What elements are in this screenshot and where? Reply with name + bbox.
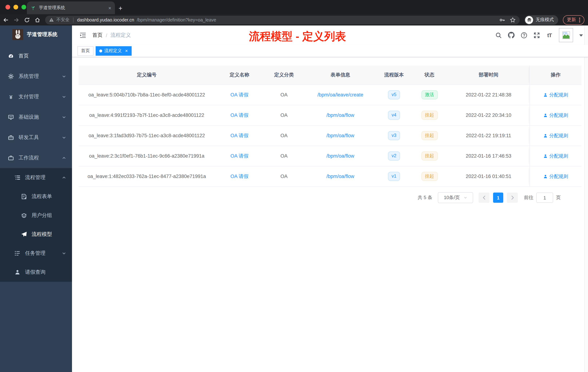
breadcrumb-home[interactable]: 首页 [92,32,103,38]
cell-definition-id: oa_leave:3:1fad3d93-7b75-11ec-a3c8-acde4… [79,126,215,146]
bookmark-star-icon[interactable] [510,17,516,23]
sidebar-item-process-form[interactable]: 流程表单 [0,187,72,206]
definition-name-link[interactable]: OA 请假 [230,112,248,119]
tag-label: 流程定义 [104,48,122,54]
reload-icon[interactable] [24,17,30,23]
avatar-dropdown-caret-icon[interactable] [579,34,583,37]
page-scrollbar[interactable] [584,25,588,372]
security-label[interactable]: 不安全 [56,17,69,23]
search-icon[interactable] [495,32,502,38]
breadcrumb-current: 流程定义 [111,32,131,38]
assign-rule-link[interactable]: 分配规则 [543,92,568,98]
back-icon[interactable] [3,17,9,23]
tag-process-definition[interactable]: 流程定义 × [96,46,131,55]
chevron-up-icon [62,156,66,160]
forward-icon[interactable] [13,17,19,23]
help-icon[interactable] [521,32,527,38]
fullscreen-icon[interactable] [534,32,540,38]
chevron-down-icon [62,95,66,99]
version-badge: v1 [388,172,400,181]
cell-definition-id: oa_leave:5:004b710b-7b8a-11ec-8ef0-acde4… [79,85,215,105]
form-info-link[interactable]: /bpm/oa/flow [326,133,354,138]
definition-name-link[interactable]: OA 请假 [230,173,248,180]
broken-image-icon [562,31,570,39]
password-key-icon[interactable] [499,17,505,23]
page-size-select[interactable]: 10条/页 [438,192,473,203]
table-row: oa_leave:3:1fad3d93-7b75-11ec-a3c8-acde4… [79,126,581,146]
briefcase-icon [8,155,14,161]
sidebar-item-workflow[interactable]: 工作流程 [0,148,72,168]
definition-name-link[interactable]: OA 请假 [230,92,248,98]
table-row: oa_leave:2:3c1f0ef1-76b1-11ec-9c66-a2380… [79,146,581,166]
browser-window: 芋道管理系统 × + 不安全 dashboard.yudao.iocoder.c… [0,0,588,372]
sidebar-item-infrastructure[interactable]: 基础设施 [0,107,72,127]
traffic-light-minimize[interactable] [13,5,18,10]
sidebar-item-system[interactable]: 系统管理 [0,66,72,87]
kebab-menu-icon[interactable] [579,17,580,22]
cell-deploy-time: 2022-01-16 01:40:51 [448,166,529,186]
form-info-link[interactable]: /bpm/oa/flow [326,174,354,179]
user-icon [543,113,547,117]
table-row: oa_leave:5:004b710b-7b8a-11ec-8ef0-acde4… [79,85,581,105]
user-icon [543,93,547,97]
sidebar-item-task-management[interactable]: 任务管理 [0,244,72,263]
definition-name-link[interactable]: OA 请假 [230,153,248,159]
avatar[interactable] [559,28,573,42]
sidebar-item-leave-query[interactable]: 请假查询 [0,263,72,282]
new-tab-button[interactable]: + [118,5,122,12]
tag-close-icon[interactable]: × [125,48,128,53]
font-size-icon[interactable]: tT [546,32,553,38]
next-page-button[interactable] [507,193,518,203]
assign-rule-link[interactable]: 分配规则 [543,112,568,119]
goto-label: 前往 [524,194,534,201]
tag-home[interactable]: 首页 [77,46,94,55]
cell-deploy-time: 2022-01-22 20:34:10 [448,105,529,125]
goto-page-input[interactable] [536,193,553,203]
form-info-link[interactable]: /bpm/oa/leave/create [317,92,363,98]
prev-page-button[interactable] [479,193,489,203]
column-header-id: 定义编号 [79,66,215,85]
incognito-badge: 无痕模式 [524,15,558,25]
current-page-button[interactable]: 1 [493,193,503,203]
sidebar-item-home[interactable]: 首页 [0,46,72,66]
form-info-link[interactable]: /bpm/oa/flow [326,112,354,118]
assign-rule-link[interactable]: 分配规则 [543,153,568,159]
column-header-category: 定义分类 [264,66,304,85]
sidebar-toggle-hamburger-icon[interactable] [79,32,86,39]
sidebar-item-devtools[interactable]: 研发工具 [0,127,72,148]
cell-category: OA [264,146,304,166]
definition-name-link[interactable]: OA 请假 [230,132,248,139]
column-header-name: 定义名称 [215,66,264,85]
update-button[interactable]: 更新 [563,15,584,25]
flow-icon [15,251,20,256]
traffic-light-close[interactable] [5,5,10,10]
home-icon[interactable] [34,17,40,23]
chevron-down-icon [62,251,66,255]
sidebar-item-payment[interactable]: ¥ 支付管理 [0,87,72,107]
traffic-light-zoom[interactable] [21,5,26,10]
cell-category: OA [264,105,304,125]
version-badge: v3 [388,131,400,140]
incognito-icon [525,16,533,24]
tag-label: 首页 [81,48,90,54]
yen-icon: ¥ [8,94,14,100]
browser-tab[interactable]: 芋道管理系统 × [27,1,115,14]
github-icon[interactable] [508,32,514,38]
url-host: dashboard.yudao.iocoder.cn [77,17,134,22]
url-bar[interactable]: 不安全 dashboard.yudao.iocoder.cn/bpm/manag… [45,15,520,24]
sidebar-item-label: 基础设施 [19,114,39,120]
form-info-link[interactable]: /bpm/oa/flow [326,153,354,159]
app-logo[interactable]: 芋道管理系统 [0,25,72,44]
status-badge: 挂起 [421,172,438,181]
sidebar-item-process-model[interactable]: 流程模型 [0,225,72,244]
tab-close-icon[interactable]: × [108,5,111,10]
assign-rule-link[interactable]: 分配规则 [543,132,568,139]
assign-rule-link[interactable]: 分配规则 [543,173,568,180]
table-header-row: 定义编号 定义名称 定义分类 表单信息 流程版本 状态 部署时间 操作 [79,66,581,85]
page-size-value: 10条/页 [444,194,460,201]
pagination-total: 共 5 条 [418,194,432,201]
user-icon [543,154,547,158]
page-content: 定义编号 定义名称 定义分类 表单信息 流程版本 状态 部署时间 操作 oa_l… [72,57,588,203]
sidebar-item-process-management[interactable]: 流程管理 [0,168,72,187]
sidebar-item-user-group[interactable]: 用户分组 [0,206,72,225]
